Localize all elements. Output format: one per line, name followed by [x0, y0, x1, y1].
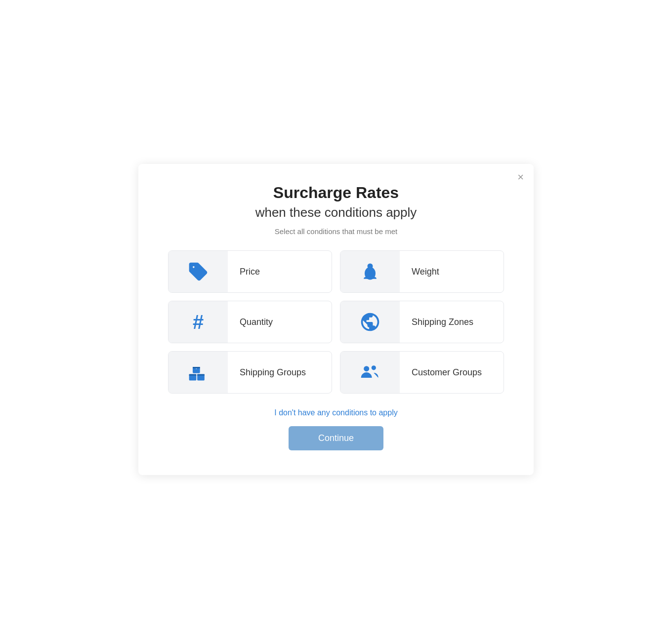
close-button[interactable]: ×	[517, 172, 524, 183]
card-icon-weight	[340, 251, 400, 292]
users-icon	[359, 361, 381, 383]
card-shipping-groups[interactable]: Shipping Groups	[168, 351, 332, 394]
card-icon-zones	[340, 301, 400, 343]
card-customer-groups[interactable]: Customer Groups	[340, 351, 504, 394]
svg-rect-5	[189, 374, 197, 376]
cards-wrapper: Price Weight	[168, 250, 504, 394]
card-label-shipping-groups: Shipping Groups	[228, 358, 332, 388]
card-icon-quantity: #	[168, 301, 228, 343]
modal-title: Surcharge Rates	[168, 184, 504, 202]
card-icon-price	[168, 251, 228, 292]
surcharge-modal: × Surcharge Rates when these conditions …	[138, 164, 534, 475]
card-label-weight: Weight	[400, 257, 504, 287]
weight-bag-icon	[359, 261, 381, 282]
card-weight[interactable]: Weight	[340, 250, 504, 293]
card-icon-customers	[340, 352, 400, 393]
svg-rect-6	[197, 374, 205, 376]
no-conditions-link[interactable]: I don't have any conditions to apply	[274, 408, 397, 417]
continue-button[interactable]: Continue	[289, 426, 383, 450]
card-quantity[interactable]: # Quantity	[168, 301, 332, 343]
modal-header: Surcharge Rates when these conditions ap…	[168, 184, 504, 236]
card-label-price: Price	[228, 257, 332, 287]
svg-point-9	[364, 366, 369, 371]
svg-rect-7	[193, 367, 200, 368]
conditions-grid: Price Weight	[168, 250, 504, 394]
card-price[interactable]: Price	[168, 250, 332, 293]
card-label-quantity: Quantity	[228, 307, 332, 337]
boxes-icon	[187, 361, 209, 383]
modal-subtitle: when these conditions apply	[168, 205, 504, 220]
card-icon-shipping-groups	[168, 352, 228, 393]
hash-icon: #	[193, 312, 204, 332]
card-label-customer-groups: Customer Groups	[400, 358, 504, 388]
svg-point-10	[372, 365, 376, 370]
globe-icon	[359, 311, 381, 333]
no-conditions-link-wrapper: I don't have any conditions to apply	[168, 408, 504, 417]
modal-description: Select all conditions that must be met	[168, 227, 504, 236]
card-shipping-zones[interactable]: Shipping Zones	[340, 301, 504, 343]
price-tag-icon	[187, 261, 209, 282]
card-label-zones: Shipping Zones	[400, 307, 504, 337]
